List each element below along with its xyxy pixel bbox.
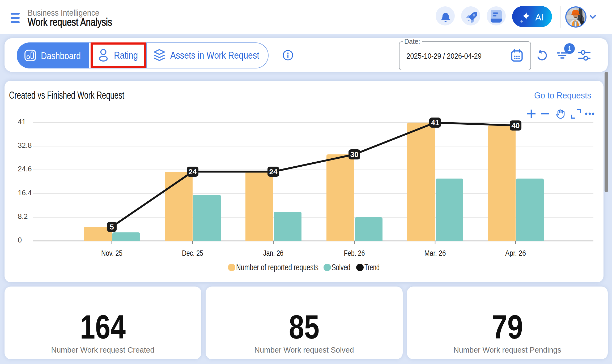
svg-text:164: 164 [80, 308, 126, 346]
svg-text:2025-10-29 / 2026-04-29: 2025-10-29 / 2026-04-29 [406, 51, 482, 60]
svg-text:Work request Analysis: Work request Analysis [28, 16, 112, 28]
svg-text:Assets in Work Request: Assets in Work Request [170, 50, 259, 61]
svg-text:Number Work request Solved: Number Work request Solved [254, 345, 354, 354]
svg-text:Rating: Rating [114, 50, 138, 61]
svg-text:Dashboard: Dashboard [41, 50, 81, 61]
svg-text:Number Work request Created: Number Work request Created [51, 345, 155, 354]
svg-text:Created vs Finished Work Reque: Created vs Finished Work Request [9, 90, 124, 101]
svg-text:85: 85 [289, 308, 320, 346]
svg-text:Number Work request Pendings: Number Work request Pendings [453, 345, 561, 354]
svg-text:79: 79 [492, 308, 523, 346]
svg-text:Go to Requests: Go to Requests [534, 90, 591, 100]
